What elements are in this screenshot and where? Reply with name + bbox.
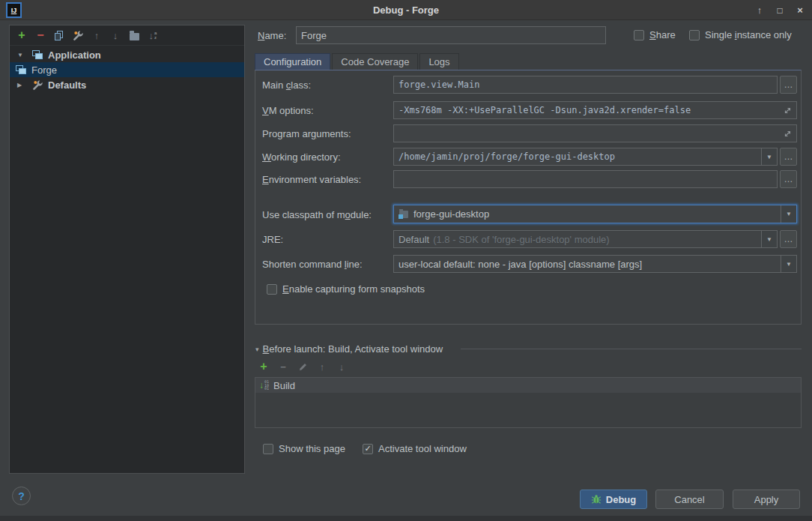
tab-configuration[interactable]: Configuration <box>255 53 330 70</box>
checkbox-box: ✓ <box>267 284 277 295</box>
checkbox-box: ✓ <box>634 30 644 40</box>
jre-combobox[interactable]: Default (1.8 - SDK of 'forge-gui-desktop… <box>393 230 778 248</box>
apply-button[interactable]: Apply <box>733 490 800 509</box>
tree-node-forge[interactable]: Forge <box>10 62 244 77</box>
close-window-icon[interactable]: × <box>794 4 806 16</box>
expand-arrow-icon[interactable]: ▶ <box>17 82 26 88</box>
task-item-build[interactable]: ↓ 01 10 01 Build <box>255 378 801 393</box>
compile-icon: ↓ 01 10 01 <box>259 380 269 391</box>
sidebar-toolbar: + − ↑ ↓ ↓a z <box>10 25 244 46</box>
move-down-button[interactable]: ↓ <box>109 29 121 41</box>
application-icon <box>32 50 43 60</box>
main-class-label: Main class: <box>262 79 311 91</box>
tab-code-coverage[interactable]: Code Coverage <box>332 53 418 70</box>
add-task-button[interactable]: + <box>258 361 270 373</box>
edit-defaults-button[interactable] <box>72 29 84 41</box>
copy-configuration-button[interactable] <box>53 29 65 41</box>
module-icon <box>399 210 409 219</box>
working-directory-dropdown-icon[interactable]: ▼ <box>761 148 777 165</box>
checkbox-box: ✓ <box>263 444 273 454</box>
application-icon <box>16 65 27 75</box>
working-directory-label: Working directory: <box>262 151 341 163</box>
shorten-command-line-combobox[interactable]: user-local default: none - java [options… <box>393 255 797 273</box>
debug-button[interactable]: Debug <box>580 490 647 509</box>
shorten-command-line-label: Shorten command line: <box>262 259 363 270</box>
browse-working-directory-button[interactable]: … <box>780 148 797 166</box>
name-label: Name: <box>258 30 286 41</box>
window-title: Debug - Forge <box>0 4 812 16</box>
cancel-button[interactable]: Cancel <box>655 490 724 509</box>
browse-main-class-button[interactable]: … <box>780 76 797 94</box>
single-instance-checkbox[interactable]: ✓ Single instance only <box>689 29 792 40</box>
shorten-command-line-dropdown-icon[interactable]: ▼ <box>781 256 796 272</box>
configurations-tree: ▼ Application Forge ▶ Defaults <box>10 46 244 92</box>
enable-capturing-checkbox[interactable]: ✓ Enable capturing form snapshots <box>267 283 425 295</box>
window-controls: ↑ □ × <box>754 0 806 20</box>
tree-node-defaults[interactable]: ▶ Defaults <box>10 77 244 92</box>
main-class-input[interactable]: forge.view.Main <box>393 76 778 94</box>
new-folder-button[interactable] <box>128 29 140 41</box>
shade-window-icon[interactable]: ↑ <box>754 4 766 16</box>
working-directory-input[interactable]: /home/jamin/proj/forge/forge-gui-desktop… <box>393 148 778 166</box>
add-configuration-button[interactable]: + <box>16 29 28 41</box>
show-this-page-checkbox[interactable]: ✓ Show this page <box>263 443 345 454</box>
titlebar: IJ Debug - Forge ↑ □ × <box>0 0 812 20</box>
tree-node-application[interactable]: ▼ Application <box>10 47 244 62</box>
name-input[interactable]: Forge <box>296 26 606 44</box>
move-task-up-button[interactable]: ↑ <box>316 361 328 373</box>
pencil-icon <box>298 362 308 372</box>
collapse-section-icon[interactable]: ▾ <box>255 346 259 353</box>
before-launch-toolbar: + − ↑ ↓ <box>258 361 348 373</box>
help-button[interactable]: ? <box>12 487 31 505</box>
collapse-arrow-icon[interactable]: ▼ <box>17 52 26 58</box>
expand-field-icon[interactable] <box>784 106 792 115</box>
vm-options-label: VM options: <box>262 105 314 116</box>
config-tabs: Configuration Code Coverage Logs <box>255 53 459 70</box>
configurations-sidebar: + − ↑ ↓ ↓a z ▼ <box>9 25 245 474</box>
classpath-module-label: Use classpath of module: <box>262 209 372 220</box>
checkbox-box: ✓ <box>363 444 373 454</box>
edit-task-button[interactable] <box>297 361 309 373</box>
maximize-window-icon[interactable]: □ <box>774 5 786 16</box>
remove-task-button[interactable]: − <box>277 361 289 373</box>
classpath-module-dropdown-icon[interactable]: ▼ <box>781 205 796 223</box>
sort-configurations-button[interactable]: ↓a z <box>147 29 159 41</box>
run-debug-configurations-dialog: IJ Debug - Forge ↑ □ × + − ↑ ↓ <box>0 0 812 521</box>
environment-variables-label: Environment variables: <box>262 174 361 185</box>
vm-options-input[interactable]: -Xms768m -XX:+UseParallelGC -Dsun.java2d… <box>393 101 797 119</box>
jre-dropdown-icon[interactable]: ▼ <box>761 231 777 247</box>
sort-alphabetically-icon: ↓a z <box>149 30 157 41</box>
activate-tool-window-checkbox[interactable]: ✓ Activate tool window <box>363 443 467 454</box>
checkbox-box: ✓ <box>689 30 700 40</box>
classpath-module-combobox[interactable]: forge-gui-desktop ▼ <box>393 205 797 223</box>
wrench-icon <box>73 30 84 41</box>
expand-field-icon[interactable] <box>784 130 792 138</box>
jre-label: JRE: <box>262 234 283 245</box>
window-bottom-edge <box>0 516 812 521</box>
browse-jre-button[interactable]: … <box>780 230 797 248</box>
move-task-down-button[interactable]: ↓ <box>336 361 348 373</box>
remove-configuration-button[interactable]: − <box>34 29 46 41</box>
environment-variables-input[interactable] <box>393 170 778 188</box>
share-checkbox[interactable]: ✓ Share <box>634 29 676 40</box>
browse-environment-variables-button[interactable]: … <box>780 170 797 188</box>
copy-icon <box>55 31 64 40</box>
debug-bug-icon <box>591 494 602 505</box>
tab-logs[interactable]: Logs <box>419 53 458 70</box>
program-arguments-label: Program arguments: <box>262 128 351 139</box>
folder-icon <box>130 33 139 40</box>
before-launch-task-list: ↓ 01 10 01 Build <box>255 377 802 428</box>
program-arguments-input[interactable] <box>393 124 797 142</box>
section-divider <box>461 349 802 349</box>
before-launch-header[interactable]: ▾ Before launch: Build, Activate tool wi… <box>255 343 443 355</box>
defaults-icon <box>32 79 43 91</box>
intellij-logo-icon: IJ <box>6 2 22 18</box>
move-up-button[interactable]: ↑ <box>91 29 103 41</box>
